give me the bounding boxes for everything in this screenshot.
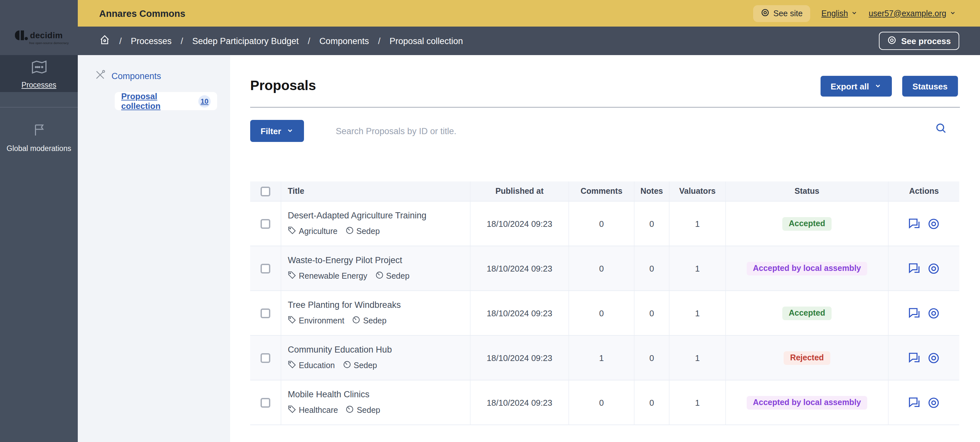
proposal-title-link[interactable]: Desert-Adapted Agriculture Training (288, 211, 426, 220)
published-at-cell: 18/10/2024 09:23 (471, 202, 569, 246)
proposal-title-link[interactable]: Mobile Health Clinics (288, 390, 369, 399)
scope-tag: Sedep (345, 226, 380, 237)
topbar: Annares Commons See site English user57@… (0, 0, 980, 27)
preview-eye-icon[interactable] (928, 307, 940, 319)
price-tag-icon (288, 360, 296, 371)
published-at-cell: 18/10/2024 09:23 (471, 246, 569, 290)
comments-cell: 0 (569, 246, 635, 290)
select-all-checkbox[interactable] (261, 186, 270, 196)
column-header-notes: Notes (635, 181, 670, 201)
answer-proposal-icon[interactable] (908, 396, 920, 409)
decidim-logo: decidim free open-source democracy (0, 0, 78, 55)
column-header-comments: Comments (569, 181, 635, 201)
sidebar-item-global-moderations[interactable]: Global moderations (0, 108, 78, 152)
status-badge: Accepted (782, 217, 832, 231)
decidim-admin-app: Annares Commons See site English user57@… (0, 0, 980, 442)
notes-cell: 0 (635, 202, 670, 246)
component-item-proposal-collection[interactable]: Proposal collection 10 (115, 92, 217, 110)
proposals-table: Title Published at Comments Notes Valuat… (250, 181, 959, 425)
admin-sidebar: Processes Global moderations (0, 55, 78, 442)
comments-cell: 0 (569, 202, 635, 246)
preview-eye-icon[interactable] (928, 351, 940, 364)
scope-icon (352, 316, 360, 326)
row-checkbox[interactable] (261, 308, 270, 318)
language-dropdown[interactable]: English (821, 9, 858, 18)
row-checkbox[interactable] (261, 397, 270, 407)
table-row: Community Education Hub Education Sedep … (250, 336, 959, 380)
published-at-cell: 18/10/2024 09:23 (471, 380, 569, 425)
organization-name: Annares Commons (99, 0, 185, 27)
table-header-row: Title Published at Comments Notes Valuat… (250, 181, 959, 202)
breadcrumb-process-name[interactable]: Sedep Participatory Budget (192, 36, 299, 46)
category-tag: Education (288, 360, 335, 371)
price-tag-icon (288, 226, 296, 237)
status-badge: Rejected (784, 351, 830, 364)
export-all-button[interactable]: Export all (820, 76, 892, 97)
status-badge: Accepted by local assembly (746, 396, 867, 409)
answer-proposal-icon[interactable] (908, 351, 920, 364)
scope-icon (346, 405, 354, 415)
header-divider (250, 107, 960, 108)
row-checkbox[interactable] (261, 264, 270, 273)
scope-icon (345, 226, 354, 237)
column-header-status: Status (726, 181, 889, 201)
valuators-cell: 1 (670, 336, 726, 380)
price-tag-icon (288, 316, 296, 326)
preview-eye-icon[interactable] (928, 262, 940, 275)
column-header-title: Title (281, 181, 471, 201)
sidebar-item-processes[interactable]: Processes (0, 55, 78, 92)
scope-icon (375, 271, 383, 281)
chevron-down-icon (286, 126, 294, 136)
category-tag: Environment (288, 316, 344, 326)
breadcrumb-processes[interactable]: Processes (131, 36, 172, 46)
category-tag: Healthcare (288, 405, 338, 415)
column-header-valuators: Valuators (670, 181, 726, 201)
flag-icon (32, 122, 46, 140)
proposal-title-link[interactable]: Community Education Hub (288, 345, 392, 355)
see-process-button[interactable]: See process (879, 32, 959, 50)
breadcrumb-components[interactable]: Components (319, 36, 369, 46)
scope-tag: Sedep (342, 360, 377, 371)
chevron-down-icon (950, 9, 956, 18)
breadcrumb-proposal-collection[interactable]: Proposal collection (390, 36, 463, 46)
row-checkbox[interactable] (261, 353, 270, 363)
statuses-button[interactable]: Statuses (902, 76, 958, 97)
header-buttons: Export all Statuses (820, 76, 958, 97)
home-icon[interactable] (99, 34, 110, 47)
answer-proposal-icon[interactable] (908, 307, 920, 319)
price-tag-icon (288, 405, 296, 415)
published-at-cell: 18/10/2024 09:23 (471, 291, 569, 335)
answer-proposal-icon[interactable] (908, 262, 920, 275)
see-site-button[interactable]: See site (753, 5, 810, 22)
valuators-cell: 1 (670, 202, 726, 246)
sidebar-item-label: Processes (21, 81, 56, 89)
logo-tagline: free open-source democracy (29, 41, 69, 45)
category-tag: Agriculture (288, 226, 338, 237)
eye-icon (761, 8, 769, 19)
preview-eye-icon[interactable] (928, 218, 940, 230)
sidebar-divider (0, 92, 78, 108)
select-all-cell (250, 181, 281, 201)
page-title: Proposals (250, 78, 316, 93)
breadcrumb-bar: / Processes / Sedep Participatory Budget… (0, 27, 980, 55)
search-input[interactable] (336, 120, 913, 142)
user-menu-dropdown[interactable]: user57@example.org (869, 9, 956, 18)
search-icon[interactable] (935, 122, 947, 136)
filter-button[interactable]: Filter (250, 120, 304, 142)
proposal-title-link[interactable]: Tree Planting for Windbreaks (288, 300, 401, 310)
scope-tag: Sedep (352, 316, 386, 326)
answer-proposal-icon[interactable] (908, 218, 920, 230)
table-row: Desert-Adapted Agriculture Training Agri… (250, 202, 959, 246)
components-panel: Components Proposal collection 10 (78, 55, 230, 442)
notes-cell: 0 (635, 291, 670, 335)
comments-cell: 1 (569, 336, 635, 380)
preview-eye-icon[interactable] (928, 396, 940, 409)
topbar-right: See site English user57@example.org (753, 0, 956, 27)
row-checkbox[interactable] (261, 219, 270, 229)
notes-cell: 0 (635, 246, 670, 290)
column-header-actions: Actions (889, 181, 959, 201)
proposal-title-link[interactable]: Waste-to-Energy Pilot Project (288, 255, 402, 265)
comments-cell: 0 (569, 291, 635, 335)
components-link[interactable]: Components (95, 69, 230, 82)
scope-tag: Sedep (346, 405, 380, 415)
